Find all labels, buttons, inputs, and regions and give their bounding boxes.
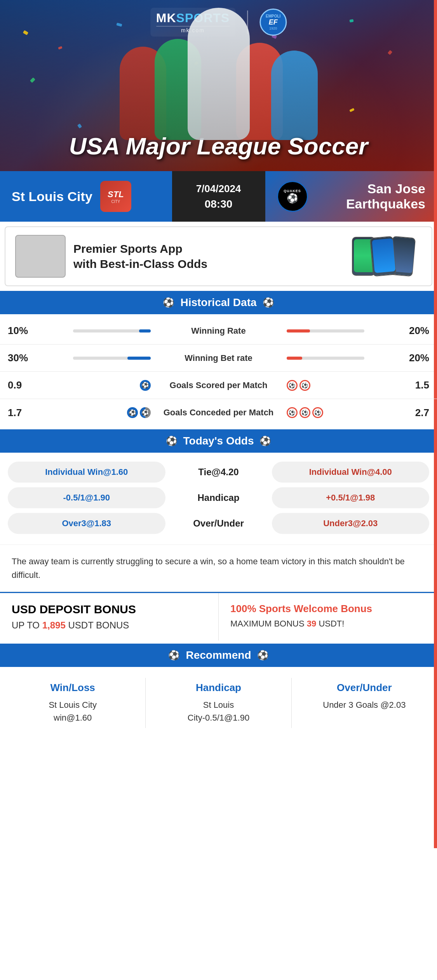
odds-right-handicap[interactable]: +0.5/1@1.98 xyxy=(272,487,430,508)
bonus-section: USD DEPOSIT BONUS UP TO 1,895 USDT BONUS… xyxy=(0,592,437,640)
rec-body-winloss: St Louis Citywin@1.60 xyxy=(10,698,136,724)
stat-right-goals-conceded: 2.7 xyxy=(398,407,429,419)
stat-right-winning-rate: 20% xyxy=(398,325,429,337)
odds-header: ⚽ Today's Odds ⚽ xyxy=(0,429,437,453)
quakes-logo: QUAKES ⚽ xyxy=(277,181,308,212)
rec-divider-2 xyxy=(291,678,292,728)
ball-1-conceded-right: ⚽ xyxy=(287,407,298,418)
bonus-right-sub: MAXIMUM BONUS 39 USDT! xyxy=(230,619,425,629)
recommend-section: ⚽ Recommend ⚽ Win/Loss St Louis Citywin@… xyxy=(0,644,437,736)
bonus-left-title: USD DEPOSIT BONUS xyxy=(12,603,207,616)
odds-left-win[interactable]: Individual Win@1.60 xyxy=(8,462,165,483)
ball-1-scored-left: ⚽ xyxy=(140,380,151,391)
home-team-name: St Louis City xyxy=(12,189,92,204)
stat-label-winning-bet: Winning Bet rate xyxy=(157,353,281,363)
away-team-section: QUAKES ⚽ San Jose Earthquakes xyxy=(265,171,437,222)
stat-bar-left-bet xyxy=(39,357,157,360)
stl-initials: STL xyxy=(108,189,124,200)
stat-left-goals-conceded: 1.7 xyxy=(8,407,39,419)
bar-track-right-wb xyxy=(287,357,364,360)
bonus-pct: 100% xyxy=(230,603,256,614)
stat-bar-left-winning xyxy=(39,329,157,332)
recommend-card-winloss: Win/Loss St Louis Citywin@1.60 xyxy=(6,678,139,728)
hero-players xyxy=(0,0,437,140)
goals-scored-right-icons: ⚽ ⚽ xyxy=(281,380,399,391)
stl-sub: CITY xyxy=(111,200,120,204)
recommend-title: Recommend xyxy=(186,649,251,662)
historical-header: ⚽ Historical Data ⚽ xyxy=(0,291,437,314)
ball-3-conceded-right: ⚽ xyxy=(312,407,323,418)
ball-icon-left: ⚽ xyxy=(163,297,174,308)
stat-row-winning-rate: 10% Winning Rate 20% xyxy=(0,317,437,345)
ball-2-conceded-right: ⚽ xyxy=(299,407,310,418)
goals-scored-left-icons: ⚽ xyxy=(39,380,157,391)
analysis-section: The away team is currently struggling to… xyxy=(0,544,437,592)
rec-title-handicap: Handicap xyxy=(155,682,281,694)
ball-1-scored-right: ⚽ xyxy=(287,380,298,391)
rec-ball-icon-right: ⚽ xyxy=(257,650,269,661)
hero-section: MKSPORTS mk.com EMPOLI EF 1920 USA Major… xyxy=(0,0,437,171)
rec-title-ou: Over/Under xyxy=(301,682,427,694)
stat-row-goals-conceded: 1.7 ⚽ ⚽ Goals Conceded per Match ⚽ ⚽ ⚽ 2… xyxy=(0,399,437,426)
bar-track-right-wr xyxy=(287,329,364,332)
goals-conceded-left-icons: ⚽ ⚽ xyxy=(39,407,157,418)
recommend-card-handicap: Handicap St LouisCity-0.5/1@1.90 xyxy=(151,678,285,728)
ball-icons-left-conceded: ⚽ ⚽ xyxy=(127,407,151,418)
rec-divider-1 xyxy=(145,678,146,728)
ball-1-conceded-left: ⚽ xyxy=(127,407,138,418)
away-team-name: San Jose Earthquakes xyxy=(316,181,426,212)
recommend-card-ou: Over/Under Under 3 Goals @2.03 xyxy=(298,678,431,728)
ball-icon-right: ⚽ xyxy=(263,297,274,308)
bar-fill-red-wr xyxy=(287,329,310,332)
odds-left-handicap[interactable]: -0.5/1@1.90 xyxy=(8,487,165,508)
odds-right-win[interactable]: Individual Win@4.00 xyxy=(272,462,430,483)
stat-label-goals-scored: Goals Scored per Match xyxy=(157,380,281,390)
odds-center-handicap: Handicap xyxy=(170,492,267,503)
ball-2-scored-right: ⚽ xyxy=(299,380,310,391)
odds-row-ou: Over3@1.83 Over/Under Under3@2.03 xyxy=(8,513,429,534)
bonus-left-sub: UP TO 1,895 USDT BONUS xyxy=(12,620,207,631)
quakes-text: QUAKES xyxy=(284,189,301,193)
historical-title: Historical Data xyxy=(180,296,256,309)
odds-title: Today's Odds xyxy=(183,435,254,447)
odds-row-handicap: -0.5/1@1.90 Handicap +0.5/1@1.98 xyxy=(8,487,429,508)
odds-left-over[interactable]: Over3@1.83 xyxy=(8,513,165,534)
stat-bar-right-bet xyxy=(281,357,399,360)
rec-body-handicap: St LouisCity-0.5/1@1.90 xyxy=(155,698,281,724)
odds-center-tie: Tie@4.20 xyxy=(170,467,267,478)
odds-section: ⚽ Today's Odds ⚽ Individual Win@1.60 Tie… xyxy=(0,429,437,544)
bonus-right-amount: 39 xyxy=(307,619,316,628)
odds-right-under[interactable]: Under3@2.03 xyxy=(272,513,430,534)
match-info-center: 7/04/2024 08:30 xyxy=(172,171,265,222)
app-promo-section: Premier Sports Appwith Best-in-Class Odd… xyxy=(5,226,432,286)
stat-row-winning-bet: 30% Winning Bet rate 20% xyxy=(0,345,437,372)
bar-fill-red-wb xyxy=(287,357,302,360)
match-time: 08:30 xyxy=(205,198,233,210)
odds-content: Individual Win@1.60 Tie@4.20 Individual … xyxy=(0,456,437,544)
stat-left-winning-bet: 30% xyxy=(8,352,39,364)
stat-bar-right-winning xyxy=(281,329,399,332)
app-promo-logo xyxy=(15,235,66,278)
app-promo-text: Premier Sports Appwith Best-in-Class Odd… xyxy=(73,241,336,271)
stl-logo: STL CITY xyxy=(100,181,131,212)
odds-ball-icon-right: ⚽ xyxy=(259,436,271,446)
phone-2 xyxy=(370,236,396,277)
stat-label-winning-rate: Winning Rate xyxy=(157,326,281,336)
stat-left-winning-rate: 10% xyxy=(8,325,39,337)
rec-ball-icon-left: ⚽ xyxy=(168,650,180,661)
bonus-right: 100% Sports Welcome Bonus MAXIMUM BONUS … xyxy=(219,593,437,640)
match-date: 7/04/2024 xyxy=(196,183,241,195)
odds-ball-icon-left: ⚽ xyxy=(166,436,178,446)
rec-body-ou: Under 3 Goals @2.03 xyxy=(301,698,427,711)
recommend-grid: Win/Loss St Louis Citywin@1.60 Handicap … xyxy=(0,670,437,736)
ball-2-conceded-left: ⚽ xyxy=(140,407,151,418)
ball-icons-right-scored: ⚽ ⚽ xyxy=(287,380,310,391)
historical-section: ⚽ Historical Data ⚽ 10% Winning Rate 20%… xyxy=(0,291,437,426)
ball-icons-left-scored: ⚽ xyxy=(140,380,151,391)
recommend-header: ⚽ Recommend ⚽ xyxy=(0,644,437,667)
bonus-amount: 1,895 xyxy=(42,620,66,630)
bonus-left: USD DEPOSIT BONUS UP TO 1,895 USDT BONUS xyxy=(0,593,219,640)
odds-center-ou: Over/Under xyxy=(170,518,267,529)
stat-row-goals-scored: 0.9 ⚽ Goals Scored per Match ⚽ ⚽ 1.5 xyxy=(0,372,437,399)
ball-icons-right-conceded: ⚽ ⚽ ⚽ xyxy=(287,407,323,418)
